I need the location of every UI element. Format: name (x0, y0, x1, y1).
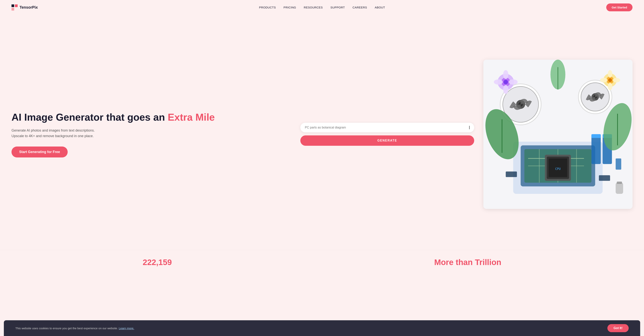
get-started-button[interactable]: Get Started (606, 4, 632, 11)
navbar: TensorPix PRODUCTS PRICING RESOURCES SUP… (0, 0, 644, 15)
svg-point-36 (504, 80, 508, 84)
hero-title-text: AI Image Generator that goes an (12, 112, 168, 123)
svg-rect-49 (599, 175, 610, 181)
svg-point-39 (494, 79, 503, 85)
cookie-learn-more-link[interactable]: Learn more. (119, 326, 134, 330)
brand-name: TensorPix (20, 5, 38, 10)
nav-link-pricing[interactable]: PRICING (284, 6, 296, 9)
stat-images: 222,159 (143, 258, 172, 267)
nav-item-careers[interactable]: CAREERS (352, 6, 367, 9)
cookie-banner: This website uses cookies to ensure you … (4, 320, 640, 336)
svg-point-45 (608, 83, 612, 90)
nav-link-about[interactable]: ABOUT (375, 6, 385, 9)
hero-center: GENERATE (300, 123, 474, 146)
svg-point-47 (613, 78, 620, 83)
svg-text:CPU: CPU (555, 167, 560, 171)
nav-link-support[interactable]: SUPPORT (330, 6, 345, 9)
hero-subtitle: Generate AI photos and images from text … (12, 128, 104, 139)
svg-rect-1 (15, 5, 18, 7)
hero-cta-button[interactable]: Start Generating for Free (12, 147, 68, 157)
nav-link-careers[interactable]: CAREERS (352, 6, 367, 9)
prompt-input-container (300, 123, 474, 132)
generate-button[interactable]: GENERATE (300, 135, 474, 146)
svg-point-44 (608, 70, 612, 78)
nav-item-products[interactable]: PRODUCTS (259, 6, 276, 9)
hero-section: AI Image Generator that goes an Extra Mi… (0, 15, 644, 250)
svg-rect-0 (12, 5, 14, 7)
hero-right: CPU (484, 60, 632, 209)
stat-tokens: More than Trillion (434, 258, 501, 267)
prompt-input[interactable] (305, 126, 469, 129)
svg-rect-16 (592, 134, 601, 164)
cookie-message: This website uses cookies to ensure you … (15, 326, 134, 330)
svg-rect-17 (592, 134, 601, 138)
hero-image-svg: CPU (484, 60, 632, 209)
svg-point-37 (503, 70, 508, 79)
svg-point-46 (600, 78, 608, 83)
nav-item-support[interactable]: SUPPORT (330, 6, 345, 9)
stat-tokens-label: More than Trillion (434, 258, 501, 267)
cookie-message-text: This website uses cookies to ensure you … (15, 326, 118, 330)
svg-rect-50 (616, 159, 622, 170)
hero-title: AI Image Generator that goes an Extra Mi… (12, 111, 291, 123)
hero-image-preview: CPU (484, 60, 632, 209)
nav-links: PRODUCTS PRICING RESOURCES SUPPORT CAREE… (259, 6, 385, 9)
stats-section: 222,159 More than Trillion (0, 250, 644, 275)
hero-title-highlight: Extra Mile (168, 112, 215, 123)
got-it-button[interactable]: Got It! (608, 324, 629, 332)
nav-link-resources[interactable]: RESOURCES (304, 6, 323, 9)
svg-rect-2 (12, 8, 14, 11)
logo-area[interactable]: TensorPix (12, 5, 38, 11)
svg-point-40 (509, 79, 518, 85)
svg-rect-51 (616, 183, 623, 194)
logo-icon (12, 5, 18, 11)
svg-rect-52 (617, 182, 622, 184)
svg-point-43 (608, 79, 612, 82)
stat-images-count: 222,159 (143, 258, 172, 267)
svg-rect-48 (506, 172, 517, 177)
svg-point-38 (503, 85, 508, 94)
nav-link-products[interactable]: PRODUCTS (259, 6, 276, 9)
hero-left: AI Image Generator that goes an Extra Mi… (12, 111, 291, 157)
nav-item-pricing[interactable]: PRICING (284, 6, 296, 9)
nav-item-resources[interactable]: RESOURCES (304, 6, 323, 9)
cursor-blink-icon (469, 126, 470, 129)
nav-item-about[interactable]: ABOUT (375, 6, 385, 9)
